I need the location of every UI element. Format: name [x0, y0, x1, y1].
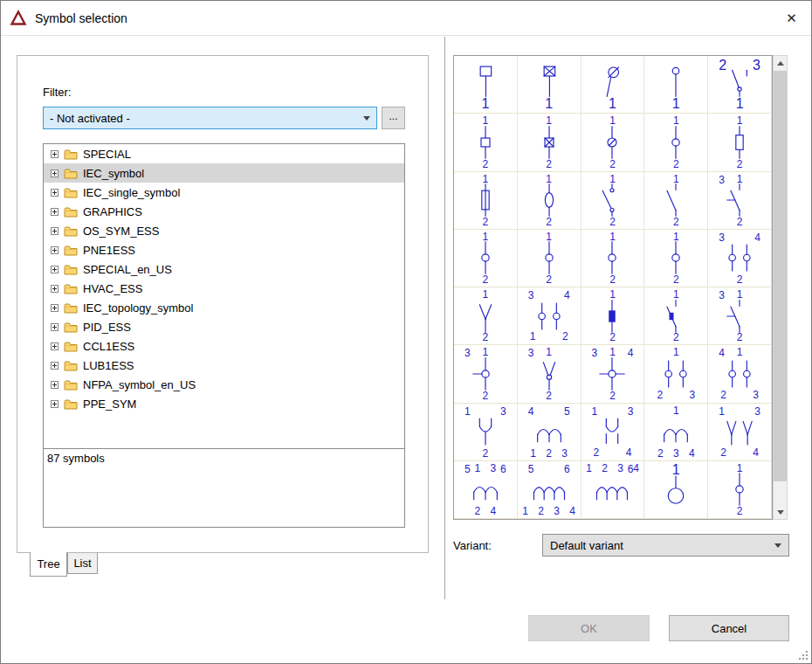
symbol-cell[interactable]: 12 — [454, 172, 518, 230]
symbol-cell[interactable]: 231 — [708, 56, 772, 114]
expand-plus-icon[interactable] — [51, 285, 58, 293]
symbol-cell[interactable]: 12 — [708, 114, 772, 171]
symbol-cell[interactable]: 12 — [454, 287, 518, 345]
tree-item-label: IEC_symbol — [83, 167, 144, 180]
tree-item-iec_topology_symbol[interactable]: IEC_topology_symbol — [44, 298, 404, 317]
expand-plus-icon[interactable] — [51, 246, 58, 254]
terminal-number: 4 — [719, 348, 725, 358]
symbol-cell[interactable]: 12 — [454, 114, 518, 171]
symbol-cell[interactable]: 1 — [581, 56, 645, 114]
close-button[interactable]: ✕ — [772, 1, 811, 35]
symbol-cell[interactable]: 12 3 4 — [644, 404, 708, 461]
terminal-number: 2 — [737, 506, 743, 516]
terminal-number: 1 — [737, 347, 743, 357]
symbol-cell[interactable]: 561 2 3 4 — [518, 461, 581, 519]
terminal-number: 3 — [500, 406, 506, 417]
symbol-library-tree[interactable]: SPECIALIEC_symbolIEC_single_symbolGRAPHI… — [43, 143, 405, 449]
symbol-cell[interactable]: 312 — [708, 287, 772, 345]
symbol-cell[interactable]: 12 — [518, 230, 581, 287]
panel-splitter[interactable] — [444, 37, 445, 599]
tree-item-iec_single_symbol[interactable]: IEC_single_symbol — [44, 183, 404, 202]
tree-item-os_sym_ess[interactable]: OS_SYM_ESS — [44, 221, 404, 240]
tree-item-graphics[interactable]: GRAPHICS — [44, 202, 404, 221]
titlebar[interactable]: Symbol selection ✕ — [1, 1, 811, 36]
symbol-cell[interactable]: 51 362 4 — [454, 461, 518, 519]
cancel-button[interactable]: Cancel — [669, 615, 789, 641]
tree-item-special[interactable]: SPECIAL — [44, 144, 404, 163]
variant-label: Variant: — [453, 539, 492, 552]
symbol-cell[interactable]: 12 — [581, 287, 645, 345]
symbol-cell[interactable]: 342 — [708, 230, 772, 287]
expand-plus-icon[interactable] — [51, 323, 58, 331]
terminal-number: 1 — [673, 289, 679, 300]
symbol-cell[interactable]: 132 — [454, 404, 518, 461]
symbol-cell[interactable]: 12 — [708, 461, 772, 519]
symbol-cell[interactable]: 312 — [708, 172, 772, 230]
expand-plus-icon[interactable] — [51, 189, 58, 197]
expand-plus-icon[interactable] — [51, 304, 58, 312]
tree-item-ppe_sym[interactable]: PPE_SYM — [44, 394, 404, 413]
variant-dropdown[interactable]: Default variant — [542, 534, 789, 557]
terminal-number: 3 — [528, 348, 534, 358]
symbol-cell[interactable]: 12 — [518, 114, 581, 171]
tree-item-pne1ess[interactable]: PNE1ESS — [44, 240, 404, 259]
expand-plus-icon[interactable] — [51, 169, 58, 177]
tree-item-hvac_ess[interactable]: HVAC_ESS — [44, 279, 404, 298]
tab-list[interactable]: List — [67, 553, 98, 574]
tree-item-nfpa_symbol_en_us[interactable]: NFPA_symbol_en_US — [44, 375, 404, 394]
symbol-cell[interactable]: 12 — [581, 230, 645, 287]
symbol-cell[interactable]: 1324 — [708, 404, 772, 461]
symbol-cell[interactable]: 1 — [644, 461, 708, 519]
symbol-cell[interactable]: 312 — [518, 345, 581, 403]
expand-plus-icon[interactable] — [51, 381, 58, 389]
expand-plus-icon[interactable] — [51, 227, 58, 235]
symbol-cell[interactable]: 12 — [454, 230, 518, 287]
symbol-cell[interactable]: 12 — [518, 172, 581, 230]
terminal-number: 6 — [500, 464, 506, 474]
expand-plus-icon[interactable] — [51, 150, 58, 158]
symbol-cell[interactable]: 1 — [454, 56, 518, 114]
scroll-up-icon[interactable] — [774, 56, 787, 70]
symbol-cell[interactable]: 123 — [644, 345, 708, 403]
symbol-selection-dialog: Symbol selection ✕ Filter: - Not activat… — [0, 0, 812, 664]
terminal-number: 1 — [530, 331, 536, 342]
expand-plus-icon[interactable] — [51, 400, 58, 408]
expand-plus-icon[interactable] — [51, 362, 58, 370]
symbol-cell[interactable]: 451 2 3 — [518, 404, 581, 461]
tree-item-iec_symbol[interactable]: IEC_symbol — [44, 163, 404, 183]
expand-plus-icon[interactable] — [51, 266, 58, 273]
tree-item-special_en_us[interactable]: SPECIAL_en_US — [44, 259, 404, 279]
symbol-cell[interactable]: 12 — [644, 230, 708, 287]
tab-tree[interactable]: Tree — [30, 552, 67, 577]
terminal-number: 2 — [657, 390, 663, 400]
terminal-number: 2 — [483, 274, 489, 285]
symbol-cell[interactable]: 12 — [644, 172, 708, 230]
scrollbar-thumb[interactable] — [774, 71, 787, 481]
terminal-number: 2 — [594, 447, 600, 458]
browse-button[interactable]: ... — [382, 107, 405, 129]
symbol-cell[interactable]: 1 — [644, 56, 708, 114]
expand-plus-icon[interactable] — [51, 342, 58, 350]
tree-item-ccl1ess[interactable]: CCL1ESS — [44, 336, 404, 356]
symbol-cell[interactable]: 312 — [454, 345, 518, 403]
symbol-cell[interactable]: 12 — [644, 114, 708, 171]
symbol-cell[interactable]: 12 — [581, 114, 645, 171]
scroll-down-icon[interactable] — [774, 505, 787, 519]
filter-label: Filter: — [43, 86, 72, 99]
symbol-cell[interactable]: 12 — [581, 172, 645, 230]
grid-scrollbar[interactable] — [773, 55, 788, 520]
ok-button[interactable]: OK — [528, 615, 650, 641]
symbol-cell[interactable]: 1324 — [581, 404, 645, 461]
terminal-number: 4 — [754, 232, 760, 243]
symbol-cell[interactable]: 1 2 3 46 — [581, 461, 645, 519]
symbol-cell[interactable]: 3142 — [581, 345, 645, 403]
expand-plus-icon[interactable] — [51, 208, 58, 216]
symbol-cell[interactable]: 3412 — [518, 287, 581, 345]
filter-dropdown[interactable]: - Not activated - — [43, 107, 377, 129]
tree-item-lub1ess[interactable]: LUB1ESS — [44, 356, 404, 375]
resize-grip-icon[interactable] — [797, 649, 809, 661]
symbol-cell[interactable]: 1 — [518, 56, 581, 114]
symbol-cell[interactable]: 12 — [644, 287, 708, 345]
tree-item-pid_ess[interactable]: PID_ESS — [44, 317, 404, 336]
symbol-cell[interactable]: 4123 — [708, 345, 772, 403]
